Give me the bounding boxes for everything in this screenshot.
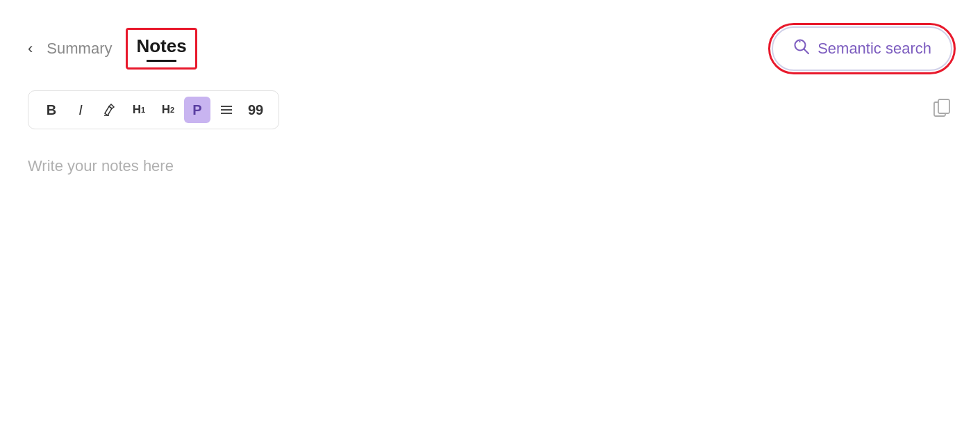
summary-tab[interactable]: Summary	[44, 34, 115, 63]
editor-toolbar: B I H1 H2 P 99	[28, 90, 279, 129]
semantic-search-button[interactable]: Semantic search	[772, 26, 952, 71]
paragraph-button[interactable]: P	[184, 97, 210, 123]
editor-area[interactable]: Write your notes here	[0, 129, 980, 203]
svg-line-1	[804, 49, 809, 54]
italic-button[interactable]: I	[67, 97, 94, 123]
copy-button[interactable]	[933, 98, 952, 122]
list-button[interactable]	[213, 97, 240, 123]
svg-rect-7	[938, 99, 949, 113]
highlight-button[interactable]	[97, 97, 123, 123]
editor-placeholder: Write your notes here	[28, 150, 952, 182]
nav-left: ‹ Summary Notes	[28, 28, 197, 70]
quote-button[interactable]: 99	[242, 97, 269, 123]
h2-button[interactable]: H2	[155, 97, 181, 123]
bold-button[interactable]: B	[38, 97, 65, 123]
back-button[interactable]: ‹	[28, 41, 33, 56]
toolbar-row: B I H1 H2 P 99	[0, 90, 980, 129]
semantic-search-icon	[792, 38, 811, 60]
notes-tab[interactable]: Notes	[126, 28, 197, 70]
h1-button[interactable]: H1	[126, 97, 152, 123]
semantic-search-label: Semantic search	[817, 40, 931, 58]
